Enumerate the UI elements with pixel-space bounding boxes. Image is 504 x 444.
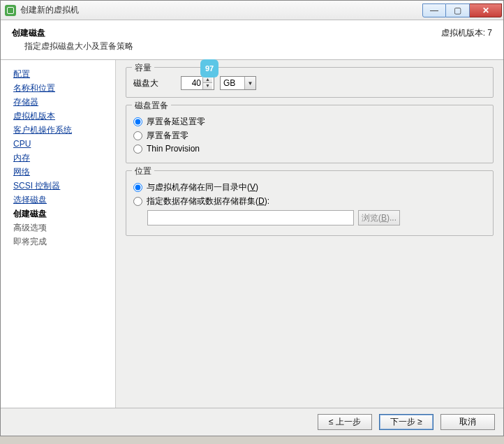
step-vm-version[interactable]: 虚拟机版本: [13, 109, 115, 123]
provision-legend: 磁盘置备: [132, 100, 171, 112]
capacity-legend: 容量: [132, 62, 154, 74]
radio-thick-lazy-label: 厚置备延迟置零: [147, 116, 205, 128]
chevron-down-icon[interactable]: ▼: [244, 77, 255, 89]
provision-option-thick-lazy[interactable]: 厚置备延迟置零: [133, 116, 486, 128]
radio-specify-datastore[interactable]: [133, 197, 142, 206]
provision-group: 磁盘置备 厚置备延迟置零 厚置备置零 Thin Provision: [126, 105, 494, 163]
window-title: 创建新的虚拟机: [20, 4, 422, 16]
maximize-button[interactable]: ▢: [446, 3, 470, 17]
vsphere-icon: [5, 5, 16, 16]
minimize-button[interactable]: —: [422, 3, 446, 17]
step-memory[interactable]: 内存: [13, 151, 115, 165]
radio-thick-lazy[interactable]: [133, 117, 142, 126]
step-select-disk[interactable]: 选择磁盘: [13, 193, 115, 207]
wizard-steps-sidebar: 配置 名称和位置 存储器 虚拟机版本 客户机操作系统 CPU 内存 网络 SCS…: [1, 60, 116, 408]
provision-option-thin[interactable]: Thin Provision: [133, 144, 486, 154]
step-create-disk[interactable]: 创建磁盘: [13, 207, 115, 221]
step-storage[interactable]: 存储器: [13, 95, 115, 109]
step-name-location[interactable]: 名称和位置: [13, 81, 115, 95]
spinner-down-icon[interactable]: ▼: [203, 83, 212, 89]
page-subtitle: 指定虚拟磁盘大小及置备策略: [24, 40, 133, 52]
datastore-path-input: [147, 210, 354, 225]
next-button[interactable]: 下一步 ≥: [379, 414, 433, 430]
radio-thick-eager[interactable]: [133, 131, 142, 140]
step-scsi[interactable]: SCSI 控制器: [13, 179, 115, 193]
step-config[interactable]: 配置: [13, 67, 115, 81]
close-button[interactable]: ✕: [470, 3, 502, 17]
radio-same-location[interactable]: [133, 183, 142, 192]
capacity-group: 容量 97 磁盘大 ▲ ▼ GB ▼: [126, 67, 494, 98]
spinner-up-icon[interactable]: ▲: [203, 77, 212, 83]
radio-thick-eager-label: 厚置备置零: [147, 130, 188, 142]
cancel-button[interactable]: 取消: [440, 414, 495, 430]
location-option-specify[interactable]: 指定数据存储或数据存储群集(D):: [133, 195, 486, 207]
disk-unit-select[interactable]: GB ▼: [220, 76, 256, 90]
wizard-window: 创建新的虚拟机 — ▢ ✕ 创建磁盘 指定虚拟磁盘大小及置备策略 虚拟机版本: …: [0, 0, 504, 436]
back-button[interactable]: ≤ 上一步: [318, 414, 372, 430]
step-guest-os[interactable]: 客户机操作系统: [13, 123, 115, 137]
step-network[interactable]: 网络: [13, 165, 115, 179]
radio-same-location-label: 与虚拟机存储在同一目录中(V): [147, 182, 258, 193]
wizard-header: 创建磁盘 指定虚拟磁盘大小及置备策略 虚拟机版本: 7: [1, 20, 503, 60]
disk-size-label: 磁盘大: [133, 77, 175, 89]
disk-unit-value: GB: [223, 78, 235, 88]
disk-size-spinner[interactable]: ▲ ▼: [181, 76, 214, 90]
step-ready: 即将完成: [13, 235, 115, 249]
browse-button: 浏览(B)...: [358, 210, 400, 225]
radio-specify-datastore-label: 指定数据存储或数据存储群集(D):: [147, 195, 269, 207]
wizard-footer: ≤ 上一步 下一步 ≥ 取消: [1, 408, 503, 436]
location-group: 位置 与虚拟机存储在同一目录中(V) 指定数据存储或数据存储群集(D): 浏览(…: [126, 170, 494, 236]
step-advanced: 高级选项: [13, 221, 115, 235]
location-legend: 位置: [132, 165, 154, 177]
disk-size-input[interactable]: [181, 78, 202, 88]
vm-version-label: 虚拟机版本: 7: [441, 27, 492, 39]
radio-thin[interactable]: [133, 145, 142, 154]
radio-thin-label: Thin Provision: [147, 144, 200, 154]
titlebar: 创建新的虚拟机 — ▢ ✕: [1, 1, 503, 20]
provision-option-thick-eager[interactable]: 厚置备置零: [133, 130, 486, 142]
window-controls: — ▢ ✕: [422, 3, 502, 17]
page-title: 创建磁盘: [12, 27, 133, 39]
step-cpu[interactable]: CPU: [13, 137, 115, 151]
location-option-same[interactable]: 与虚拟机存储在同一目录中(V): [133, 182, 486, 193]
number-badge-icon: 97: [200, 59, 218, 77]
wizard-content: 容量 97 磁盘大 ▲ ▼ GB ▼: [116, 60, 503, 408]
wizard-body: 配置 名称和位置 存储器 虚拟机版本 客户机操作系统 CPU 内存 网络 SCS…: [1, 60, 503, 408]
